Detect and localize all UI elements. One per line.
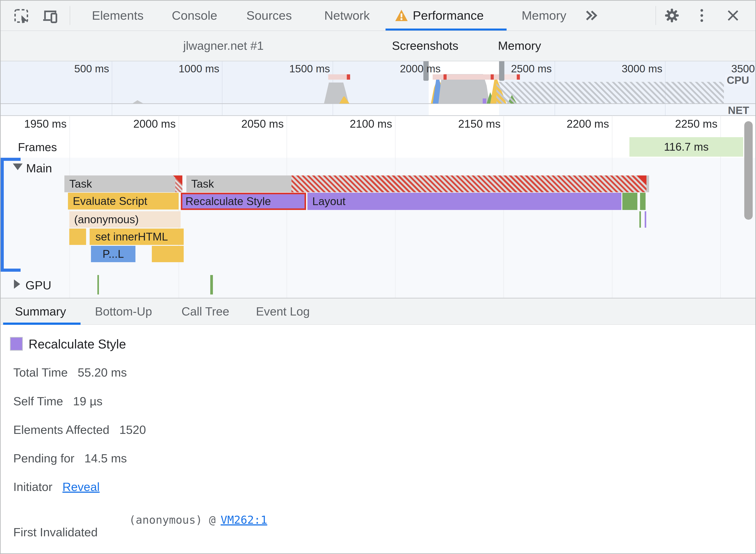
flame-event-small-purple[interactable]	[645, 211, 646, 228]
frame-duration-chip[interactable]: 116.7 ms	[630, 137, 743, 157]
summary-row: Elements Affected1520	[13, 423, 146, 436]
summary-row: Total Time55.20 ms	[13, 366, 127, 379]
active-bottom-tab-underline	[3, 323, 80, 325]
overview-tick: 3000 ms	[609, 63, 662, 74]
tab-network[interactable]: Network	[320, 1, 374, 30]
summary-row-label: Elements Affected	[13, 423, 109, 436]
ruler-tick: 2050 ms	[231, 117, 284, 130]
active-tab-underline	[385, 29, 506, 31]
warning-icon	[394, 9, 408, 22]
ruler-tick: 2100 ms	[339, 117, 392, 130]
settings-gear-icon[interactable]	[664, 8, 679, 23]
main-track-bracket-bottom	[1, 269, 20, 272]
ruler-tick: 2000 ms	[123, 117, 176, 130]
gridline	[178, 116, 179, 298]
close-icon[interactable]	[726, 9, 740, 22]
first-invalidated-trace: (anonymous) @ VM262:1	[129, 513, 267, 527]
long-task-strip	[433, 74, 500, 80]
flame-event-set-innerhtml[interactable]: set innerHTML	[90, 229, 184, 245]
tab-performance-label: Performance	[413, 1, 484, 30]
gpu-event[interactable]	[97, 275, 99, 294]
cpu-track-label: CPU	[725, 74, 751, 86]
gpu-expand-icon[interactable]	[14, 279, 20, 289]
initiator-reveal-link[interactable]: Reveal	[62, 480, 100, 493]
long-task-marker	[443, 74, 447, 80]
summary-row-value: 14.5 ms	[84, 452, 127, 465]
overview-tick: 1500 ms	[277, 63, 330, 74]
long-task-marker	[491, 74, 494, 80]
tab-event-log[interactable]: Event Log	[249, 298, 317, 324]
flame-event-recalculate-style-selected[interactable]: Recalculate Style	[181, 193, 306, 210]
main-track-label[interactable]: Main	[26, 161, 52, 175]
ruler-tick: 2150 ms	[447, 117, 501, 130]
vertical-scrollbar[interactable]	[744, 121, 753, 220]
flame-event-parse-html[interactable]: P...L	[91, 246, 136, 262]
tab-summary[interactable]: Summary	[9, 298, 71, 324]
ruler-tick: 1950 ms	[13, 117, 67, 130]
summary-row-label: Pending for	[13, 452, 74, 465]
summary-title: Recalculate Style	[29, 337, 126, 351]
summary-row-label: Total Time	[13, 366, 68, 379]
details-tab-bar: Summary Bottom-Up Call Tree Event Log	[1, 298, 756, 325]
flame-event-small-green[interactable]	[639, 211, 641, 228]
trace-source-link[interactable]: VM262:1	[221, 513, 267, 527]
first-invalidated-label: First Invalidated	[13, 525, 98, 539]
ruler-tick: 2250 ms	[664, 117, 717, 130]
tab-memory[interactable]: Memory	[516, 1, 572, 30]
main-collapse-icon[interactable]	[13, 164, 22, 170]
screenshots-label[interactable]: Screenshots	[392, 31, 458, 60]
frames-track-label[interactable]: Frames	[18, 141, 57, 154]
flame-event-layout[interactable]: Layout	[308, 193, 622, 210]
tab-bottom-up[interactable]: Bottom-Up	[87, 298, 160, 324]
summary-initiator-row: InitiatorReveal	[13, 480, 100, 493]
flame-event-paint[interactable]	[622, 193, 637, 210]
flame-event-paint[interactable]	[640, 193, 646, 210]
long-task-corner	[637, 175, 646, 185]
main-track-bracket-top	[1, 158, 20, 161]
tab-console[interactable]: Console	[169, 1, 220, 30]
more-options-icon[interactable]	[700, 9, 704, 22]
divider	[655, 6, 656, 25]
tab-elements[interactable]: Elements	[89, 1, 146, 30]
overview-tick: 500 ms	[56, 63, 109, 74]
tab-sources[interactable]: Sources	[244, 1, 294, 30]
net-track-label: NET	[726, 104, 751, 116]
summary-row-value: 1520	[119, 423, 146, 436]
gpu-track-label[interactable]: GPU	[25, 278, 51, 292]
performance-toolbar: jlwagner.net #1 Screenshots Memory	[1, 31, 756, 61]
tab-performance[interactable]: Performance	[394, 1, 484, 30]
inspect-element-icon[interactable]	[14, 9, 29, 23]
devtools-window: Elements Console Sources Network Perform…	[0, 0, 756, 554]
flame-event-task[interactable]: Task	[186, 175, 291, 192]
flame-event-anonymous[interactable]: (anonymous)	[69, 211, 180, 228]
flame-event-evaluate-script[interactable]: Evaluate Script	[68, 193, 178, 210]
gpu-event[interactable]	[210, 275, 213, 294]
flame-event-script-chip[interactable]	[69, 229, 86, 245]
long-task-corner	[173, 175, 182, 185]
summary-row-value: 19 µs	[73, 394, 103, 408]
task-end-cap	[646, 175, 649, 192]
summary-row-label: Self Time	[13, 394, 63, 408]
overview-tick: 2000 ms	[387, 63, 441, 74]
profile-select[interactable]: jlwagner.net #1	[183, 31, 264, 60]
summary-row: Self Time19 µs	[13, 394, 103, 408]
tab-call-tree[interactable]: Call Tree	[177, 298, 234, 324]
overview-net-strip	[1, 104, 756, 115]
overview-hatched-region	[496, 82, 724, 104]
more-tabs-icon[interactable]	[585, 9, 598, 21]
flame-event-task[interactable]: Task	[64, 175, 182, 192]
memory-label[interactable]: Memory	[498, 31, 541, 60]
device-toolbar-icon[interactable]	[43, 9, 57, 23]
long-task-hatch[interactable]	[291, 175, 646, 192]
devtools-tab-bar: Elements Console Sources Network Perform…	[1, 1, 756, 31]
initiator-label: Initiator	[13, 480, 52, 493]
trace-function: (anonymous) @	[129, 513, 216, 527]
event-color-swatch	[10, 337, 23, 351]
flame-event-script-chip[interactable]	[152, 246, 184, 262]
summary-row-value: 55.20 ms	[78, 366, 127, 379]
ruler-tick: 2200 ms	[556, 117, 609, 130]
summary-panel	[1, 325, 756, 554]
main-track-bracket	[1, 158, 4, 272]
overview-bottom-border	[1, 115, 756, 116]
overview-tick: 3500	[702, 63, 755, 74]
